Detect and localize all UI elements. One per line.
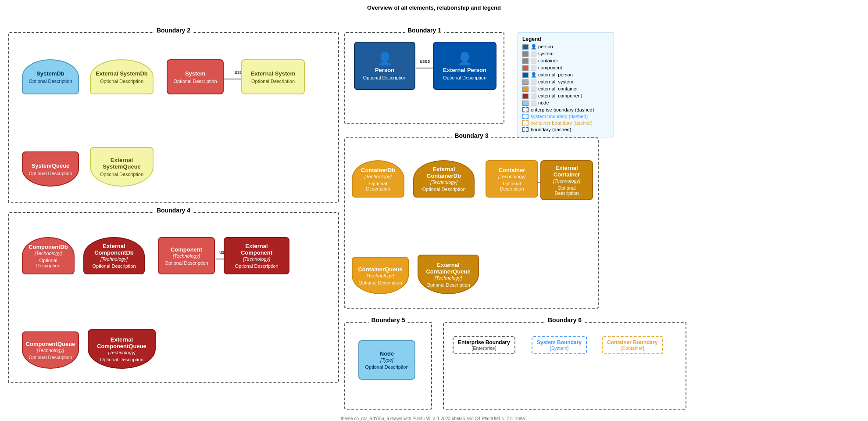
container-desc: Optional Description <box>491 181 533 191</box>
ext-system-title: External System <box>251 70 295 77</box>
boundary-6-label: Boundary 6 <box>545 317 584 324</box>
legend-box: Legend 👤 person ⬜ system ⬜ container ⬜ c… <box>518 32 614 137</box>
system-node: System Optional Description <box>167 59 224 94</box>
ext-container-title: External Container <box>546 165 588 178</box>
person-node: 👤 Person Optional Description <box>354 42 415 90</box>
boundary-5: Boundary 5 Node [Type] Optional Descript… <box>344 322 432 410</box>
ext-container-desc: Optional Description <box>546 185 588 196</box>
ext-container-db-tech: [Technology] <box>430 180 457 185</box>
enterprise-boundary-label: Enterprise Boundary [Enterprise] <box>453 336 515 354</box>
ext-component-queue-node: External ComponentQueue [Technology] Opt… <box>88 329 156 369</box>
container-queue-desc: Optional Description <box>358 280 402 285</box>
ext-component-db-node: External ComponentDb [Technology] Option… <box>83 237 145 274</box>
component-title: Component <box>171 246 202 253</box>
ext-component-tech: [Technology] <box>243 256 270 262</box>
container-queue-tech: [Technology] <box>367 273 394 278</box>
system-db-title: SystemDb <box>36 70 64 77</box>
system-queue-desc: Optional Description <box>29 171 72 176</box>
boundary-1: Boundary 1 👤 Person Optional Description… <box>344 32 504 124</box>
legend-ext-component: ⬜ external_component <box>522 93 609 99</box>
person-icon: 👤 <box>377 51 393 66</box>
ext-container-tech: [Technology] <box>553 178 580 184</box>
ext-system-queue-desc: Optional Description <box>100 172 143 177</box>
enterprise-boundary-box: Enterprise Boundary [Enterprise] <box>453 336 515 354</box>
component-db-desc: Optional Description <box>27 258 69 268</box>
legend-container: ⬜ container <box>522 58 609 64</box>
boundary-1-label: Boundary 1 <box>405 27 444 34</box>
diagram-area: Boundary 2 SystemDb Optional Description… <box>0 14 868 421</box>
system-desc: Optional Description <box>173 79 217 84</box>
container-boundary-label: Container Boundary [Container] <box>602 336 663 354</box>
ext-container-queue-title: External ContainerQueue <box>423 262 474 275</box>
footer: theme cb_div_RdYlBu_9 drawn with PlantUM… <box>341 416 527 421</box>
component-queue-node: ComponentQueue [Technology] Optional Des… <box>22 331 79 369</box>
ext-container-db-desc: Optional Description <box>422 187 465 192</box>
legend-ext-person: 👤 external_person <box>522 72 609 78</box>
ext-person-title: External Person <box>443 67 486 73</box>
container-db-title: ContainerDb <box>361 167 395 173</box>
legend-person: 👤 person <box>522 44 609 50</box>
ext-system-node: External System Optional Description <box>241 59 305 94</box>
boundary-4-label: Boundary 4 <box>154 207 193 214</box>
boundary-3: Boundary 3 ContainerDb [Technology] Opti… <box>344 137 599 309</box>
system-title: System <box>185 70 205 77</box>
ext-container-queue-desc: Optional Description <box>426 282 470 288</box>
boundary-5-label: Boundary 5 <box>368 317 407 324</box>
page-title: Overview of all elements, relationship a… <box>0 0 868 14</box>
ext-component-queue-tech: [Technology] <box>108 350 136 355</box>
ext-container-db-title: External ContainerDb <box>418 166 469 179</box>
boundary-6: Boundary 6 Enterprise Boundary [Enterpri… <box>443 322 686 410</box>
ext-system-db-title: External SystemDb <box>96 70 148 77</box>
ext-system-db-node: External SystemDb Optional Description <box>90 59 154 94</box>
node-node: Node [Type] Optional Description <box>358 340 415 380</box>
ext-component-node: External Component [Technology] Optional… <box>224 237 289 274</box>
person-desc: Optional Description <box>363 75 406 80</box>
component-node: Component [Technology] Optional Descript… <box>158 237 215 274</box>
node-desc: Optional Description <box>365 364 408 370</box>
person-title: Person <box>375 67 394 73</box>
container-boundary-box: Container Boundary [Container] <box>602 336 663 354</box>
ext-component-queue-desc: Optional Description <box>100 357 143 362</box>
ext-component-db-desc: Optional Description <box>92 263 136 269</box>
ext-person-node: 👤 External Person Optional Description <box>433 42 497 90</box>
ext-component-desc: Optional Description <box>235 263 278 269</box>
container-tech: [Technology] <box>498 174 525 179</box>
ext-container-db-node: External ContainerDb [Technology] Option… <box>413 160 475 198</box>
ext-container-queue-tech: [Technology] <box>435 275 462 281</box>
ext-system-queue-node: External SystemQueue Optional Descriptio… <box>90 147 154 187</box>
system-db-node: SystemDb Optional Description <box>22 59 79 94</box>
component-queue-title: ComponentQueue <box>26 341 75 347</box>
ext-component-title: External Component <box>229 243 284 256</box>
component-tech: [Technology] <box>173 253 200 259</box>
ext-system-db-desc: Optional Description <box>100 79 143 84</box>
ext-container-queue-node: External ContainerQueue [Technology] Opt… <box>418 255 479 294</box>
boundary-3-label: Boundary 3 <box>452 132 491 139</box>
boundary-4: Boundary 4 ComponentDb [Technology] Opti… <box>8 212 339 383</box>
ext-person-icon: 👤 <box>457 51 472 66</box>
component-queue-desc: Optional Description <box>29 355 72 360</box>
ext-person-desc: Optional Description <box>443 75 486 80</box>
legend-component: ⬜ component <box>522 65 609 71</box>
container-queue-node: ContainerQueue [Technology] Optional Des… <box>352 257 409 294</box>
system-queue-node: SystemQueue Optional Description <box>22 151 79 187</box>
container-node: Container [Technology] Optional Descript… <box>486 160 538 198</box>
ext-component-db-title: External ComponentDb <box>89 243 139 256</box>
component-queue-tech: [Technology] <box>37 348 64 353</box>
container-db-desc: Optional Description <box>357 181 399 191</box>
legend-system-boundary: system boundary (dashed) <box>522 114 609 119</box>
ext-component-queue-title: External ComponentQueue <box>93 336 150 349</box>
node-tech: [Type] <box>380 357 393 363</box>
system-db-desc: Optional Description <box>29 79 72 84</box>
legend-system: ⬜ system <box>522 51 609 57</box>
system-boundary-label: System Boundary [System] <box>532 336 587 354</box>
component-desc: Optional Description <box>164 260 208 266</box>
legend-enterprise-boundary: enterprise boundary (dashed) <box>522 107 609 112</box>
system-queue-title: SystemQueue <box>32 162 70 169</box>
legend-title: Legend <box>522 36 609 42</box>
boundary-2-label: Boundary 2 <box>154 27 193 34</box>
node-title: Node <box>380 350 394 357</box>
container-title: Container <box>499 167 525 173</box>
legend-ext-container: ⬜ external_container <box>522 86 609 92</box>
component-db-tech: [Technology] <box>35 251 62 256</box>
ext-component-db-tech: [Technology] <box>100 256 128 262</box>
